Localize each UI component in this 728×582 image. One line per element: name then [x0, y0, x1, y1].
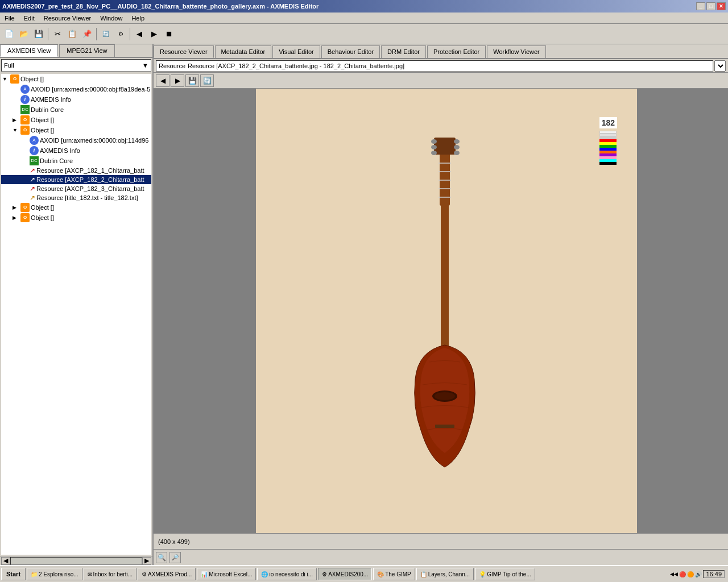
start-button[interactable]: Start [1, 568, 26, 580]
menu-file[interactable]: File [2, 14, 17, 23]
resource-path-value: Resource [AXCP_182_2_Chitarra_battente.j… [188, 63, 404, 69]
resource-icon-3: ↗ [30, 185, 35, 193]
taskbar-item-3[interactable]: 📊 Microsoft Excel... [197, 568, 256, 580]
tree-item-axoid-2[interactable]: A AXOID [urn:axmedis:00000:obj:114d96 [1, 135, 151, 146]
menu-window[interactable]: Window [98, 14, 125, 23]
tab-drm-editor[interactable]: DRM Editor [381, 45, 426, 58]
taskbar-item-1[interactable]: ✉ Inbox for berti... [84, 568, 136, 580]
left-scrollbar[interactable]: ◀ ▶ [0, 556, 152, 565]
toolbar-btn-c[interactable]: ◀ [133, 27, 146, 41]
toolbar-open[interactable]: 📂 [17, 27, 31, 41]
resource-path-text: Resource Resource [AXCP_182_2_Chitarra_b… [156, 60, 713, 72]
toolbar-btn-e[interactable]: ⏹ [162, 27, 176, 41]
toggle-obj-2[interactable]: ▶ [13, 117, 20, 123]
tree-item-root-obj[interactable]: ▼ O Object [] [1, 74, 151, 84]
left-tabs: AXMEDIS View MPEG21 View [0, 44, 152, 58]
taskbar-item-4[interactable]: 🌐 io necessito di i... [257, 568, 317, 580]
tab-metadata-editor[interactable]: Metadata Editor [215, 45, 272, 58]
tree-item-dublin-core-1[interactable]: DC Dublin Core [1, 105, 151, 115]
tree-item-axmedis-info-1[interactable]: i AXMEDIS Info [1, 94, 151, 105]
nav-refresh-button[interactable]: 🔄 [200, 74, 214, 87]
zoom-in-button[interactable]: 🔍 [156, 552, 167, 563]
toolbar: 📄 📂 💾 ✂ 📋 📌 🔄 ⚙ ◀ ▶ ⏹ [0, 24, 728, 44]
tree-item-resource-1[interactable]: ↗ Resource [AXCP_182_1_Chitarra_batt [1, 166, 151, 175]
svg-point-3 [431, 145, 437, 149]
toolbar-cut[interactable]: ✂ [51, 27, 64, 41]
nav-save-button[interactable]: 💾 [185, 74, 199, 87]
tab-workflow-viewer[interactable]: Workflow Viewer [487, 45, 546, 58]
taskbar-item-7[interactable]: 📋 Layers, Chann... [416, 568, 474, 580]
toolbar-btn-b[interactable]: ⚙ [114, 27, 127, 41]
axoid-icon-1: A [20, 85, 30, 94]
tab-mpeg21-view[interactable]: MPEG21 View [59, 44, 114, 57]
tab-protection-editor[interactable]: Protection Editor [427, 45, 486, 58]
toolbar-copy[interactable]: 📋 [65, 27, 79, 41]
system-tray: ◀◀ 🔴 🟠 🔊 16:49 [670, 570, 727, 578]
root-obj-label: Object [] [20, 76, 44, 82]
toggle-obj-4[interactable]: ▶ [13, 205, 20, 210]
close-button[interactable]: ✕ [717, 2, 726, 10]
taskbar-item-8[interactable]: 💡 GIMP Tip of the... [475, 568, 535, 580]
menu-bar: File Edit Resource Viewer Window Help [0, 13, 728, 24]
tray-icon-2: 🟠 [687, 571, 694, 577]
tree-view: ▼ O Object [] A AXOID [urn:axmedis:00000… [1, 74, 151, 555]
image-status-bar: (400 x 499) [154, 533, 728, 549]
dublin-core-1-label: Dublin Core [31, 106, 64, 113]
obj-icon-2: O [20, 115, 30, 124]
taskbar-item-5[interactable]: ⚙ AXMEDIS200... [318, 568, 372, 580]
tree-item-dublin-core-2[interactable]: DC Dublin Core [1, 156, 151, 166]
toolbar-btn-d[interactable]: ▶ [147, 27, 161, 41]
obj-icon: O [10, 74, 19, 84]
scroll-left-btn[interactable]: ◀ [1, 557, 10, 565]
taskbar-item-0[interactable]: 📁 2 Esplora riso... [27, 568, 82, 580]
tree-item-axoid-1[interactable]: A AXOID [urn:axmedis:00000:obj:f8a19dea-… [1, 84, 151, 94]
toolbar-new[interactable]: 📄 [2, 27, 16, 41]
info-icon-2: i [30, 146, 39, 155]
menu-resource-viewer[interactable]: Resource Viewer [42, 14, 94, 23]
taskbar-label-4: io necessito di i... [269, 571, 313, 577]
resource-icon-1: ↗ [30, 167, 35, 174]
nav-back-button[interactable]: ◀ [156, 74, 169, 87]
zoom-out-button[interactable]: 🔎 [169, 552, 181, 563]
svg-point-15 [435, 392, 455, 400]
resource-path-dropdown[interactable]: ▼ [714, 60, 726, 72]
tab-visual-editor[interactable]: Visual Editor [272, 45, 320, 58]
tab-resource-viewer[interactable]: Resource Viewer [154, 45, 214, 58]
tree-item-resource-3[interactable]: ↗ Resource [AXCP_182_3_Chitarra_batt [1, 184, 151, 193]
tab-axmedis-view[interactable]: AXMEDIS View [0, 44, 58, 57]
scroll-right-btn[interactable]: ▶ [142, 557, 151, 565]
axmedis-info-1-label: AXMEDIS Info [31, 96, 71, 103]
tree-view-dropdown[interactable]: Full ▼ [1, 59, 151, 72]
taskbar-label-1: Inbox for berti... [93, 571, 133, 577]
tab-behaviour-editor[interactable]: Behaviour Editor [321, 45, 380, 58]
tree-item-axmedis-info-2[interactable]: i AXMEDIS Info [1, 146, 151, 156]
toggle-root[interactable]: ▼ [2, 76, 10, 82]
toolbar-save[interactable]: 💾 [32, 27, 46, 41]
title-bar-controls: _ □ ✕ [696, 2, 726, 10]
menu-edit[interactable]: Edit [22, 14, 37, 23]
toolbar-paste[interactable]: 📌 [80, 27, 94, 41]
nav-forward-button[interactable]: ▶ [171, 74, 184, 87]
taskbar-icon-5: ⚙ [322, 571, 327, 577]
tree-item-resource-4[interactable]: ↗ Resource [title_182.txt - title_182.tx… [1, 193, 151, 202]
maximize-button[interactable]: □ [706, 2, 715, 10]
clock: 16:49 [703, 570, 725, 578]
taskbar-item-2[interactable]: ⚙ AXMEDIS Prod... [138, 568, 196, 580]
taskbar-label-3: Microsoft Excel... [209, 571, 252, 577]
taskbar-icon-6: 🎨 [377, 571, 384, 577]
tree-item-obj-2[interactable]: ▶ O Object [] [1, 115, 151, 125]
toggle-obj-5[interactable]: ▶ [13, 215, 20, 221]
menu-help[interactable]: Help [129, 14, 147, 23]
minimize-button[interactable]: _ [696, 2, 705, 10]
tree-item-resource-2[interactable]: ↗ Resource [AXCP_182_2_Chitarra_batt [1, 175, 151, 184]
svg-point-4 [431, 151, 437, 155]
taskbar-label-7: Layers, Chann... [428, 571, 470, 577]
tree-item-obj-4[interactable]: ▶ O Object [] [1, 202, 151, 213]
resource-path-bar: Resource Resource [AXCP_182_2_Chitarra_b… [154, 59, 728, 73]
tree-item-obj-3[interactable]: ▼ O Object [] [1, 125, 151, 135]
axoid-1-label: AXOID [urn:axmedis:00000:obj:f8a19dea-5 [31, 86, 150, 93]
toolbar-btn-a[interactable]: 🔄 [99, 27, 113, 41]
tree-item-obj-5[interactable]: ▶ O Object [] [1, 213, 151, 223]
toggle-obj-3[interactable]: ▼ [13, 127, 20, 133]
taskbar-item-6[interactable]: 🎨 The GIMP [373, 568, 415, 580]
